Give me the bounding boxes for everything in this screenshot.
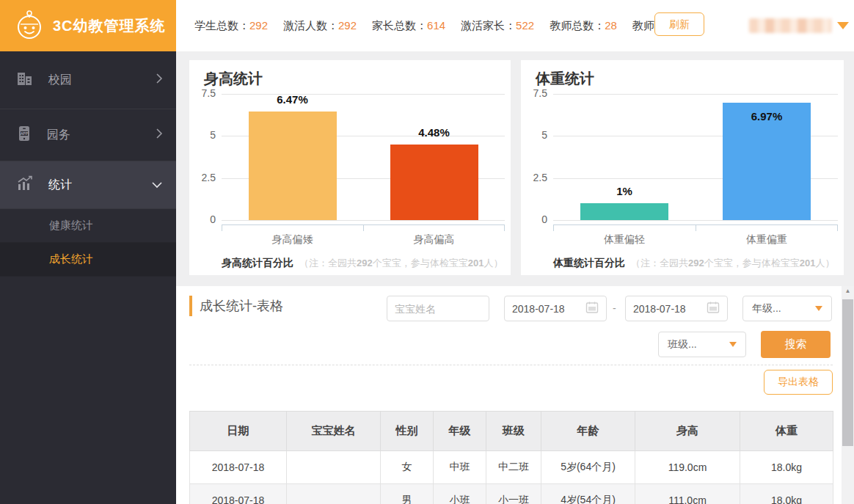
y-axis-tick: 7.5 xyxy=(189,87,216,99)
col-gender: 性别 xyxy=(381,412,434,451)
accent-bar xyxy=(189,296,192,316)
date-from-value: 2018-07-18 xyxy=(512,303,565,315)
y-axis-tick: 0 xyxy=(521,213,547,225)
main-content: 身高统计 7.5 5 2.5 0 6.47% 4.48% xyxy=(176,51,854,504)
scrollbar[interactable]: ▲ xyxy=(842,286,854,504)
chevron-right-icon xyxy=(156,128,163,142)
y-axis-tick: 5 xyxy=(189,129,216,141)
bar-weight-heavy: 6.97% xyxy=(696,94,838,220)
class-select[interactable]: 班级... xyxy=(658,332,746,357)
bar-height-tall: 4.48% xyxy=(363,94,505,220)
x-axis-category: 体重偏重 xyxy=(696,233,838,246)
svg-text:APP: APP xyxy=(21,131,29,136)
app-title: 3C幼教管理系统 xyxy=(53,16,166,36)
date-range-separator: - xyxy=(613,302,616,314)
col-grade: 年级 xyxy=(434,412,486,451)
chevron-down-icon xyxy=(729,342,737,347)
sidebar-item-campus[interactable]: 校园 xyxy=(0,51,176,109)
app-root: 3C幼教管理系统 学生总数：292 激活人数：292 家长总数：614 激活家长… xyxy=(0,0,854,504)
y-axis-tick: 5 xyxy=(521,129,547,141)
chevron-down-icon xyxy=(837,22,849,29)
chart-footer-label: 体重统计百分比 xyxy=(553,257,625,270)
bar-value-label: 4.48% xyxy=(418,126,450,139)
table-header-row: 日期 宝宝姓名 性别 年级 班级 年龄 身高 体重 xyxy=(190,412,833,451)
weight-chart: 7.5 5 2.5 0 1% 6.97% xyxy=(521,94,844,263)
col-baby-name: 宝宝姓名 xyxy=(287,412,381,451)
date-to-picker[interactable]: 2018-07-18 xyxy=(625,296,728,321)
col-date: 日期 xyxy=(190,412,287,451)
date-to-value: 2018-07-18 xyxy=(633,303,686,315)
stat-parents-total: 家长总数：614 xyxy=(372,19,445,33)
y-axis-tick: 0 xyxy=(189,213,216,225)
chart-footer-note: （注：全园共292个宝宝，参与体检宝宝201人） xyxy=(631,257,834,270)
sidebar: 校园 APP 园务 xyxy=(0,51,176,504)
stat-students-total: 学生总数：292 xyxy=(194,19,268,33)
stat-parents-active: 激活家长：522 xyxy=(461,19,534,33)
weight-chart-panel: 体重统计 7.5 5 2.5 0 1% 6.97% xyxy=(521,60,844,275)
y-axis-tick: 2.5 xyxy=(189,172,216,183)
robot-logo-icon xyxy=(13,8,45,43)
x-axis-category: 身高偏高 xyxy=(363,233,505,246)
sidebar-item-statistics[interactable]: 统计 xyxy=(0,161,176,209)
chart-title: 体重统计 xyxy=(536,69,594,89)
growth-table-panel: 成长统计-表格 2018-07-18 - 2018-07-18 xyxy=(176,286,854,504)
user-name-redacted xyxy=(749,18,831,33)
x-axis xyxy=(553,224,838,225)
x-axis-category: 体重偏轻 xyxy=(553,233,696,246)
y-axis-tick: 2.5 xyxy=(521,172,547,183)
sidebar-item-label: 统计 xyxy=(48,178,72,193)
chart-title: 身高统计 xyxy=(204,69,263,89)
user-menu[interactable] xyxy=(749,0,849,51)
col-class: 班级 xyxy=(486,412,541,451)
stats-chart-icon xyxy=(16,175,34,194)
x-axis-category: 身高偏矮 xyxy=(222,233,363,246)
chevron-down-icon xyxy=(151,178,163,191)
bar-value-label: 1% xyxy=(616,185,632,197)
date-from-picker[interactable]: 2018-07-18 xyxy=(504,296,607,321)
bar-height-short: 6.47% xyxy=(222,94,363,220)
col-height: 身高 xyxy=(635,412,740,451)
calendar-icon[interactable] xyxy=(585,301,599,316)
sidebar-item-label: 园务 xyxy=(47,128,70,143)
chevron-down-icon xyxy=(815,306,822,311)
height-chart-panel: 身高统计 7.5 5 2.5 0 6.47% 4.48% xyxy=(189,60,511,275)
top-header: 3C幼教管理系统 学生总数：292 激活人数：292 家长总数：614 激活家长… xyxy=(0,0,854,51)
bar-weight-light: 1% xyxy=(553,94,696,220)
calendar-icon[interactable] xyxy=(707,301,720,316)
sidebar-item-label: 校园 xyxy=(48,73,72,88)
baby-name-input[interactable] xyxy=(387,296,489,321)
scrollbar-up-arrow[interactable]: ▲ xyxy=(842,288,854,298)
search-button[interactable]: 搜索 xyxy=(761,331,831,358)
app-logo: 3C幼教管理系统 xyxy=(0,0,176,51)
stat-teachers-total: 教师总数：28 xyxy=(550,19,617,33)
section-header: 成长统计-表格 xyxy=(189,296,283,316)
app-icon: APP xyxy=(16,125,32,145)
bar-value-label: 6.97% xyxy=(751,110,783,123)
sidebar-subitem-label: 成长统计 xyxy=(49,252,93,266)
section-title: 成长统计-表格 xyxy=(200,297,283,315)
grade-select-value: 年级... xyxy=(752,302,781,315)
grade-select[interactable]: 年级... xyxy=(742,296,832,321)
y-axis-tick: 7.5 xyxy=(521,87,547,99)
bar-value-label: 6.47% xyxy=(277,93,308,106)
x-axis xyxy=(222,224,505,225)
scrollbar-thumb[interactable] xyxy=(842,299,853,446)
header-stats: 学生总数：292 激活人数：292 家长总数：614 激活家长：522 教师总数… xyxy=(194,0,700,51)
school-building-icon xyxy=(16,70,34,90)
chevron-right-icon xyxy=(156,73,163,87)
chart-footer-label: 身高统计百分比 xyxy=(222,257,293,270)
sidebar-subitem-health-stats[interactable]: 健康统计 xyxy=(0,209,176,243)
col-age: 年龄 xyxy=(541,412,635,451)
table-row: 2018-07-18 男 小班 小一班 4岁(54个月) 111.0cm 18.… xyxy=(190,484,833,504)
sidebar-item-affairs[interactable]: APP 园务 xyxy=(0,109,176,161)
export-table-button[interactable]: 导出表格 xyxy=(764,370,833,395)
height-chart: 7.5 5 2.5 0 6.47% 4.48% xyxy=(189,94,511,263)
divider xyxy=(189,365,833,365)
table-row: 2018-07-18 女 中班 中二班 5岁(64个月) 119.0cm 18.… xyxy=(190,451,833,484)
growth-table: 日期 宝宝姓名 性别 年级 班级 年龄 身高 体重 2018-07-18 女 xyxy=(189,411,833,504)
chart-footer-note: （注：全园共292个宝宝，参与体检宝宝201人） xyxy=(299,257,503,270)
class-select-value: 班级... xyxy=(668,338,697,351)
stat-students-active: 激活人数：292 xyxy=(283,19,357,33)
sidebar-subitem-growth-stats[interactable]: 成长统计 xyxy=(0,243,176,277)
refresh-button[interactable]: 刷新 xyxy=(654,12,704,36)
